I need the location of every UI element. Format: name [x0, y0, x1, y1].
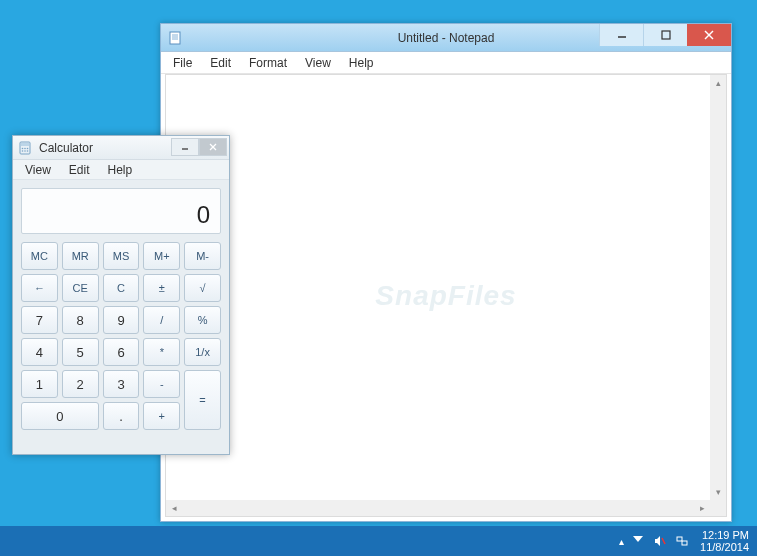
menu-view[interactable]: View: [297, 54, 339, 72]
digit-8-button[interactable]: 8: [62, 306, 99, 334]
taskbar-time: 12:19 PM: [700, 529, 749, 541]
digit-9-button[interactable]: 9: [103, 306, 140, 334]
notepad-textarea[interactable]: SnapFiles ▴ ▾ ◂ ▸: [165, 74, 727, 517]
multiply-button[interactable]: *: [143, 338, 180, 366]
mminus-button[interactable]: M-: [184, 242, 221, 270]
volume-icon[interactable]: [652, 533, 668, 549]
scroll-left-icon[interactable]: ◂: [166, 500, 182, 516]
calculator-menubar: View Edit Help: [13, 160, 229, 180]
digit-3-button[interactable]: 3: [103, 370, 140, 398]
menu-file[interactable]: File: [165, 54, 200, 72]
calc-close-button[interactable]: [199, 138, 227, 156]
calculator-title: Calculator: [39, 141, 93, 155]
subtract-button[interactable]: -: [143, 370, 180, 398]
c-button[interactable]: C: [103, 274, 140, 302]
ms-button[interactable]: MS: [103, 242, 140, 270]
calc-minimize-button[interactable]: [171, 138, 199, 156]
minimize-button[interactable]: [599, 24, 643, 46]
menu-format[interactable]: Format: [241, 54, 295, 72]
menu-edit[interactable]: Edit: [202, 54, 239, 72]
svg-point-12: [27, 147, 29, 149]
decimal-button[interactable]: .: [103, 402, 140, 430]
digit-2-button[interactable]: 2: [62, 370, 99, 398]
svg-rect-5: [662, 31, 670, 39]
svg-rect-0: [170, 32, 180, 44]
calc-menu-help[interactable]: Help: [99, 161, 140, 179]
svg-point-10: [22, 147, 24, 149]
mr-button[interactable]: MR: [62, 242, 99, 270]
svg-rect-21: [682, 541, 687, 545]
system-tray: ▴: [619, 533, 690, 549]
calculator-window-controls: [171, 138, 227, 156]
window-controls: [599, 24, 731, 46]
vertical-scrollbar[interactable]: ▴ ▾: [710, 75, 726, 500]
taskbar[interactable]: ▴ 12:19 PM 11/8/2014: [0, 526, 757, 556]
taskbar-date: 11/8/2014: [700, 541, 749, 553]
horizontal-scrollbar[interactable]: ◂ ▸: [166, 500, 710, 516]
calculator-display: 0: [21, 188, 221, 234]
digit-1-button[interactable]: 1: [21, 370, 58, 398]
watermark-text: SnapFiles: [375, 280, 516, 312]
mplus-button[interactable]: M+: [143, 242, 180, 270]
digit-5-button[interactable]: 5: [62, 338, 99, 366]
divide-button[interactable]: /: [143, 306, 180, 334]
calc-menu-view[interactable]: View: [17, 161, 59, 179]
equals-button[interactable]: =: [184, 370, 221, 430]
calc-menu-edit[interactable]: Edit: [61, 161, 98, 179]
tray-overflow-icon[interactable]: ▴: [619, 536, 624, 547]
mc-button[interactable]: MC: [21, 242, 58, 270]
scroll-up-icon[interactable]: ▴: [710, 75, 726, 91]
svg-point-13: [22, 150, 24, 152]
taskbar-clock[interactable]: 12:19 PM 11/8/2014: [700, 529, 749, 553]
calculator-window: Calculator View Edit Help 0 MC MR MS M+ …: [12, 135, 230, 455]
svg-point-14: [24, 150, 26, 152]
scroll-down-icon[interactable]: ▾: [710, 484, 726, 500]
notepad-icon: [167, 30, 183, 46]
add-button[interactable]: +: [143, 402, 180, 430]
digit-0-button[interactable]: 0: [21, 402, 99, 430]
calculator-icon: [17, 140, 33, 156]
calculator-titlebar[interactable]: Calculator: [13, 136, 229, 160]
digit-4-button[interactable]: 4: [21, 338, 58, 366]
action-center-icon[interactable]: [630, 533, 646, 549]
scroll-corner: [710, 500, 726, 516]
svg-rect-9: [21, 143, 29, 146]
svg-line-19: [662, 538, 665, 544]
svg-rect-20: [677, 537, 682, 541]
digit-6-button[interactable]: 6: [103, 338, 140, 366]
network-icon[interactable]: [674, 533, 690, 549]
close-button[interactable]: [687, 24, 731, 46]
backspace-button[interactable]: ←: [21, 274, 58, 302]
notepad-window: Untitled - Notepad File Edit Format View…: [160, 23, 732, 522]
sqrt-button[interactable]: √: [184, 274, 221, 302]
digit-7-button[interactable]: 7: [21, 306, 58, 334]
maximize-button[interactable]: [643, 24, 687, 46]
calculator-keypad: MC MR MS M+ M- ← CE C ± √ 7 8 9 / % 4 5 …: [13, 242, 229, 438]
reciprocal-button[interactable]: 1/x: [184, 338, 221, 366]
svg-point-11: [24, 147, 26, 149]
svg-point-15: [27, 150, 29, 152]
notepad-titlebar[interactable]: Untitled - Notepad: [161, 24, 731, 52]
plusminus-button[interactable]: ±: [143, 274, 180, 302]
menu-help[interactable]: Help: [341, 54, 382, 72]
percent-button[interactable]: %: [184, 306, 221, 334]
scroll-right-icon[interactable]: ▸: [694, 500, 710, 516]
ce-button[interactable]: CE: [62, 274, 99, 302]
notepad-menubar: File Edit Format View Help: [161, 52, 731, 74]
